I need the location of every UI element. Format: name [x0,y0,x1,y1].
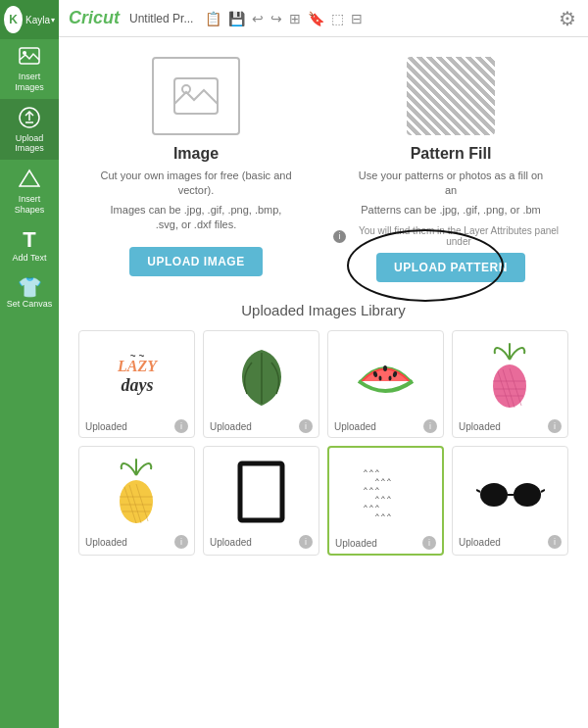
upload-section: Image Cut your own images for free (basi… [78,57,568,282]
cricut-logo: Cricut [69,8,120,28]
sidebar-item-label-add-text: Add Text [13,253,47,264]
image-label-row-8: Uploaded i [457,535,564,549]
image-label-2: Uploaded [210,421,252,432]
info-icon-5[interactable]: i [174,535,188,549]
undo-icon[interactable]: ↩ [250,9,266,28]
upload-pattern-button[interactable]: UPLOAD PATTERN [376,253,525,282]
info-icon-4[interactable]: i [548,419,562,433]
sidebar-item-label-insert-shapes: InsertShapes [15,194,45,216]
svg-point-12 [383,365,387,371]
layers-icon[interactable]: ⬚ [329,9,346,28]
image-card-desc1: Cut your own images for free (basic and … [98,169,294,199]
image-thumb-2 [208,337,315,415]
svg-rect-30 [240,463,282,520]
svg-point-23 [120,480,153,523]
svg-text:days: days [121,375,153,395]
table-row[interactable]: Uploaded i [203,330,319,438]
sidebar-item-add-text[interactable]: T Add Text [0,221,59,269]
image-label-row-3: Uploaded i [332,419,439,433]
svg-line-41 [541,490,545,492]
svg-point-37 [480,483,508,507]
image-label-5: Uploaded [85,537,127,548]
table-row[interactable]: Uploaded i [452,330,568,438]
project-title: Untitled Pr... [129,12,193,25]
image-thumb-5 [83,453,190,531]
pattern-card-desc1: Use your patterns or photos as a fill on… [353,169,549,199]
sidebar-item-insert-images[interactable]: InsertImages [0,39,59,99]
pattern-card-icon [407,57,495,135]
image-thumb-6 [208,453,315,531]
info-icon-2[interactable]: i [299,419,313,433]
upload-pattern-card: Pattern Fill Use your patterns or photos… [333,57,568,282]
pattern-info-text: i You will find them in the Layer Attrib… [333,225,568,247]
svg-text:^  ^  ^: ^ ^ ^ [364,467,379,476]
table-row[interactable]: Uploaded i [78,446,195,556]
info-icon-8[interactable]: i [548,535,562,549]
sidebar-item-label-upload-images: UploadImages [15,133,44,155]
image-thumb-3 [332,337,439,415]
sidebar-item-set-canvas[interactable]: 👕 Set Canvas [0,269,59,315]
pattern-info-icon: i [333,230,346,243]
svg-point-16 [493,364,526,408]
table-row[interactable]: Uploaded i [327,330,444,438]
svg-text:^  ^  ^: ^ ^ ^ [375,494,391,503]
sidebar-item-insert-shapes[interactable]: InsertShapes [0,160,59,221]
save-icon[interactable]: 💾 [226,9,247,28]
pattern-info-label: You will find them in the Layer Attribut… [349,225,568,247]
grid-icon[interactable]: ⊞ [287,9,303,28]
account-icon[interactable]: ⚙ [557,5,578,32]
pattern-card-desc2: Patterns can be .jpg, .gif, .png, or .bm [361,203,540,218]
image-card-title: Image [173,145,219,163]
image-label-row-4: Uploaded i [457,419,564,433]
library-title: Uploaded Images Library [78,302,568,318]
image-card-desc2: Images can be .jpg, .gif, .png, .bmp, .s… [98,203,294,233]
image-label-7: Uploaded [335,538,377,549]
info-icon-1[interactable]: i [174,419,188,433]
svg-text:^  ^  ^: ^ ^ ^ [364,503,379,511]
topbar-icons: 📋 💾 ↩ ↪ ⊞ 🔖 ⬚ ⊟ [203,9,365,28]
image-label-8: Uploaded [459,537,501,548]
insert-shapes-icon [19,168,40,192]
user-name: Kayla [25,15,50,25]
info-icon-6[interactable]: i [299,535,313,549]
sidebar-header: K Kayla ▾ [0,0,59,39]
image-label-row-6: Uploaded i [208,535,315,549]
upload-images-icon [19,107,40,131]
table-row[interactable]: ~ ~ LAZY days Uploaded i [78,330,195,438]
add-text-icon: T [23,229,35,251]
svg-marker-4 [20,170,39,186]
sidebar-item-label-insert-images: InsertImages [15,72,44,93]
image-label-row-2: Uploaded i [208,419,315,433]
upload-pattern-btn-wrapper: UPLOAD PATTERN [376,247,525,282]
upload-image-button[interactable]: UPLOAD IMAGE [129,247,262,276]
table-row[interactable]: Uploaded i [203,446,319,556]
align-icon[interactable]: ⊟ [349,9,365,28]
image-label-1: Uploaded [85,421,127,432]
bookmark-icon[interactable]: 🔖 [306,9,326,28]
redo-icon[interactable]: ↪ [269,9,284,28]
image-label-row-1: Uploaded i [83,419,190,433]
image-thumb-7: ^ ^ ^ ^ ^ ^ ^ ^ ^ ^ ^ ^ ^ ^ ^ ^ ^ ^ [333,454,438,532]
svg-text:^  ^  ^: ^ ^ ^ [375,476,391,485]
info-icon-3[interactable]: i [423,419,437,433]
image-grid: ~ ~ LAZY days Uploaded i [78,330,568,556]
content-area: Image Cut your own images for free (basi… [59,37,588,728]
upload-image-card: Image Cut your own images for free (basi… [78,57,314,282]
user-dropdown-icon[interactable]: ▾ [51,16,55,24]
table-row[interactable]: Uploaded i [452,446,568,556]
sidebar: K Kayla ▾ InsertImages UploadImages [0,0,59,728]
insert-images-icon [19,47,40,70]
sidebar-item-label-set-canvas: Set Canvas [7,299,53,310]
svg-text:LAZY: LAZY [117,358,158,374]
image-label-row-7: Uploaded i [333,536,438,550]
image-thumb-8 [457,453,564,531]
image-label-6: Uploaded [210,537,252,548]
table-row[interactable]: ^ ^ ^ ^ ^ ^ ^ ^ ^ ^ ^ ^ ^ ^ ^ ^ ^ ^ Uplo… [327,446,444,556]
pattern-card-title: Pattern Fill [411,145,492,163]
copy-icon[interactable]: 📋 [203,9,223,28]
image-thumb-4 [457,337,564,415]
sidebar-item-upload-images[interactable]: UploadImages [0,99,59,161]
info-icon-7[interactable]: i [422,536,436,550]
user-avatar: K [4,6,23,33]
svg-text:^  ^  ^: ^ ^ ^ [375,511,391,520]
